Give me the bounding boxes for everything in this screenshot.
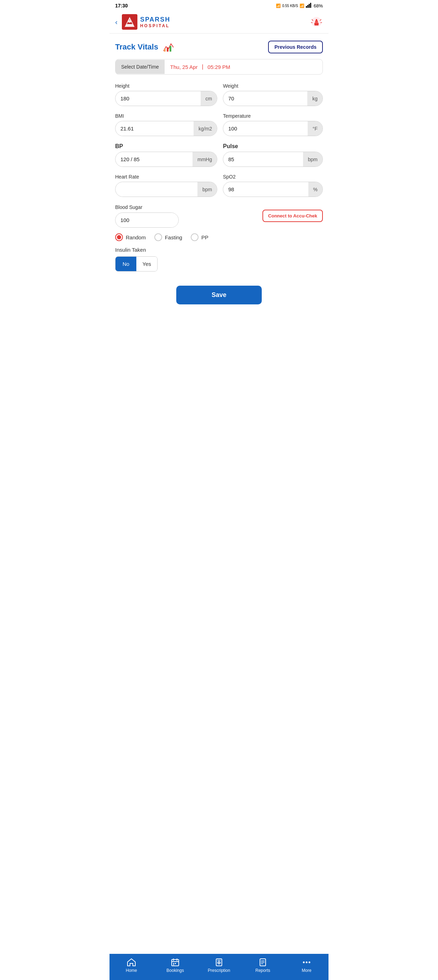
bp-field: BP mmHg — [115, 143, 217, 167]
bmi-label: BMI — [115, 113, 217, 119]
svg-rect-3 — [310, 3, 311, 8]
datetime-selector[interactable]: Select Date/Time Thu, 25 Apr | 05:29 PM — [115, 59, 323, 75]
svg-rect-15 — [167, 48, 168, 52]
heart-rate-input-group: bpm — [115, 182, 217, 197]
alarm-icon[interactable] — [310, 16, 323, 28]
logo-sparsh: SPARSH — [140, 16, 171, 23]
status-icons: 📶 0.55 KB/S 📶 68% — [276, 3, 323, 8]
weight-field: Weight kg — [223, 83, 323, 106]
insulin-yes-button[interactable]: Yes — [136, 257, 157, 271]
height-input-group: cm — [115, 91, 217, 106]
app-header: ‹ SPARSH HOSPITAL — [110, 11, 328, 33]
svg-rect-0 — [306, 6, 307, 8]
height-unit: cm — [201, 91, 217, 106]
pulse-unit: bpm — [303, 152, 322, 167]
radio-random-label: Random — [126, 234, 146, 240]
heart-rate-field: Heart Rate bpm — [115, 174, 217, 197]
pulse-input-group: bpm — [223, 152, 323, 167]
datetime-label: Select Date/Time — [116, 60, 165, 74]
radio-random[interactable]: Random — [115, 233, 146, 241]
main-content: Track Vitals Previous Records Select Dat… — [110, 33, 328, 350]
bmi-input-group: kg/m2 — [115, 121, 217, 136]
radio-random-inner — [117, 235, 121, 239]
radio-random-circle — [115, 233, 123, 241]
insulin-label: Insulin Taken — [115, 247, 323, 253]
save-section: Save — [115, 286, 323, 304]
pulse-field: Pulse bpm — [223, 143, 323, 167]
signal-bars — [306, 3, 312, 8]
insulin-toggle-group: No Yes — [115, 256, 157, 272]
svg-rect-1 — [307, 5, 308, 8]
datetime-divider: | — [202, 64, 203, 70]
datetime-date: Thu, 25 Apr — [170, 64, 198, 70]
spo2-input-group: % — [223, 182, 323, 197]
signal-speed: 0.55 KB/S — [282, 4, 298, 8]
chart-icon — [162, 41, 175, 53]
bmi-field: BMI kg/m2 — [115, 113, 217, 136]
back-button[interactable]: ‹ — [115, 18, 117, 26]
spo2-label: SpO2 — [223, 174, 323, 180]
weight-input-group: kg — [223, 91, 323, 106]
radio-pp-label: PP — [202, 234, 208, 240]
svg-rect-9 — [316, 19, 317, 21]
bp-input-group: mmHg — [115, 152, 217, 167]
temperature-label: Temperature — [223, 113, 323, 119]
heart-rate-unit: bpm — [197, 182, 217, 197]
blood-sugar-input[interactable] — [116, 213, 179, 228]
spo2-unit: % — [308, 182, 322, 197]
radio-fasting-circle — [154, 233, 162, 241]
blood-sugar-type-group: Random Fasting PP — [115, 233, 323, 241]
vitals-grid: Height cm Weight kg BMI kg/m2 Temperatur… — [115, 83, 323, 197]
svg-rect-14 — [164, 49, 166, 52]
height-field: Height cm — [115, 83, 217, 106]
blood-sugar-label: Blood Sugar — [115, 204, 142, 210]
track-vitals-left: Track Vitals — [115, 41, 175, 53]
status-time: 17:30 — [115, 3, 128, 8]
temperature-unit: °F — [308, 121, 322, 136]
accu-chek-button[interactable]: Connect to Accu-Chek — [262, 210, 323, 222]
bmi-unit: kg/m2 — [194, 121, 217, 136]
pulse-input[interactable] — [223, 152, 303, 167]
track-vitals-header: Track Vitals Previous Records — [115, 41, 323, 53]
status-bar: 17:30 📶 0.55 KB/S 📶 68% — [110, 0, 328, 11]
radio-pp[interactable]: PP — [191, 233, 208, 241]
bp-label: BP — [115, 143, 217, 150]
spo2-input[interactable] — [223, 182, 308, 197]
temperature-input[interactable] — [223, 121, 308, 136]
logo-text: SPARSH HOSPITAL — [140, 16, 171, 28]
wifi-icon: 📶 — [300, 3, 305, 8]
weight-label: Weight — [223, 83, 323, 89]
bmi-input[interactable] — [116, 121, 194, 136]
insulin-no-button[interactable]: No — [116, 257, 136, 271]
datetime-value: Thu, 25 Apr | 05:29 PM — [165, 59, 322, 74]
logo-icon — [122, 14, 137, 30]
radio-pp-circle — [191, 233, 198, 241]
spo2-field: SpO2 % — [223, 174, 323, 197]
save-button[interactable]: Save — [176, 286, 262, 304]
temperature-input-group: °F — [223, 121, 323, 136]
pulse-label: Pulse — [223, 143, 323, 150]
header-left: ‹ SPARSH HOSPITAL — [115, 14, 170, 30]
svg-rect-16 — [170, 46, 171, 52]
blood-sugar-left: Blood Sugar mg/dL — [115, 204, 262, 228]
page-title: Track Vitals — [115, 43, 158, 52]
svg-rect-2 — [309, 4, 310, 8]
bluetooth-icon: 📶 — [276, 3, 281, 8]
radio-fasting-label: Fasting — [165, 234, 182, 240]
temperature-field: Temperature °F — [223, 113, 323, 136]
radio-fasting[interactable]: Fasting — [154, 233, 182, 241]
svg-point-5 — [128, 20, 131, 22]
weight-input[interactable] — [223, 91, 307, 106]
logo-hospital: HOSPITAL — [140, 23, 171, 28]
height-input[interactable] — [116, 91, 201, 106]
blood-sugar-input-group: mg/dL — [115, 213, 179, 228]
insulin-section: Insulin Taken No Yes — [115, 247, 323, 272]
height-label: Height — [115, 83, 217, 89]
previous-records-button[interactable]: Previous Records — [268, 41, 323, 53]
bp-unit: mmHg — [192, 152, 217, 167]
bp-input[interactable] — [116, 152, 192, 167]
battery-level: 68% — [314, 3, 323, 8]
weight-unit: kg — [307, 91, 322, 106]
heart-rate-input[interactable] — [116, 182, 197, 197]
blood-sugar-row: Blood Sugar mg/dL Connect to Accu-Chek — [115, 204, 323, 228]
